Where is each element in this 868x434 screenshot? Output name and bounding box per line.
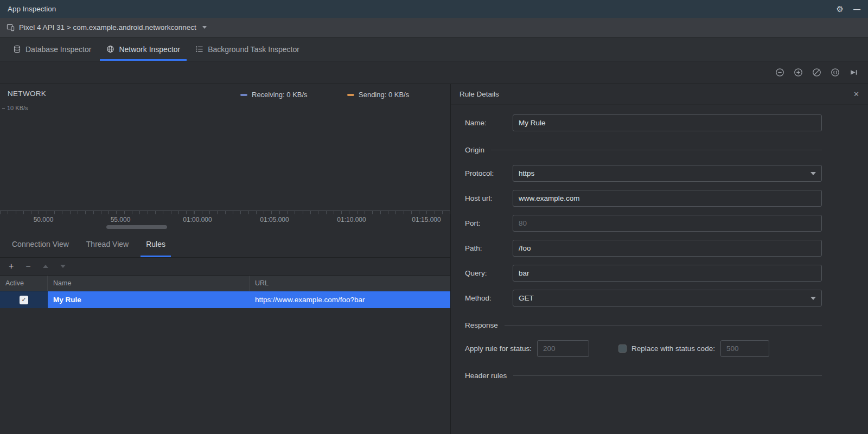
process-selector-bar: Pixel 4 API 31 > com.example.android.net… xyxy=(0,18,868,37)
zoom-to-selection-icon[interactable] xyxy=(831,68,840,77)
tab-label: Background Task Inspector xyxy=(208,45,299,54)
settings-gear-icon[interactable]: ⚙ xyxy=(837,4,844,14)
query-row: Query: xyxy=(465,265,822,282)
rules-table-header: Active Name URL xyxy=(0,276,450,291)
replace-status-field[interactable] xyxy=(720,340,769,357)
view-tab-bar: Connection View Thread View Rules xyxy=(0,231,450,258)
name-label: Name: xyxy=(465,119,513,127)
move-up-icon[interactable] xyxy=(43,265,48,268)
move-down-icon[interactable] xyxy=(60,265,66,268)
chart-title: NETWORK xyxy=(8,90,46,98)
panel-title: Rule Details xyxy=(459,90,499,98)
host-row: Host url: xyxy=(465,190,822,207)
protocol-label: Protocol: xyxy=(465,169,513,177)
close-icon[interactable]: ✕ xyxy=(853,90,859,98)
minimize-icon[interactable]: — xyxy=(853,5,860,13)
tab-rules[interactable]: Rules xyxy=(137,231,174,257)
method-label: Method: xyxy=(465,294,513,302)
legend-receiving: Receiving: 0 KB/s xyxy=(240,91,308,99)
column-header-url: URL xyxy=(250,276,450,291)
timeline-scrollbar[interactable] xyxy=(106,225,167,229)
window-title: App Inspection xyxy=(8,5,56,13)
column-header-active: Active xyxy=(0,276,48,291)
apply-status-label: Apply rule for status: xyxy=(465,344,532,353)
rules-table-empty-area xyxy=(0,308,450,434)
method-dropdown[interactable]: GET xyxy=(513,290,822,307)
jump-to-live-icon[interactable] xyxy=(849,68,858,77)
protocol-dropdown[interactable]: https xyxy=(513,165,822,182)
reset-zoom-icon[interactable] xyxy=(812,68,821,77)
process-selector[interactable]: Pixel 4 API 31 > com.example.android.net… xyxy=(19,23,196,31)
globe-icon xyxy=(106,45,114,53)
tab-connection-view[interactable]: Connection View xyxy=(3,231,78,257)
path-label: Path: xyxy=(465,244,513,252)
name-row: Name: xyxy=(465,114,822,131)
origin-section-header: Origin xyxy=(465,146,822,154)
receiving-swatch-icon xyxy=(240,94,247,96)
tab-label: Network Inspector xyxy=(119,45,180,54)
path-field[interactable] xyxy=(513,240,822,257)
timeline-tick-label: 01:00.000 xyxy=(183,216,212,224)
query-field[interactable] xyxy=(513,265,822,282)
tab-label: Database Inspector xyxy=(25,45,91,54)
protocol-row: Protocol: https xyxy=(465,165,822,182)
y-axis-label: 10 KB/s xyxy=(2,105,28,111)
section-divider xyxy=(505,325,822,326)
device-icon xyxy=(7,23,15,31)
name-field[interactable] xyxy=(513,114,822,131)
task-list-icon xyxy=(195,45,203,53)
chevron-down-icon[interactable] xyxy=(202,26,207,29)
section-divider xyxy=(513,375,822,376)
rule-name-cell[interactable]: My Rule xyxy=(48,291,250,308)
apply-status-field[interactable] xyxy=(537,340,589,357)
main-content: NETWORK 10 KB/s Receiving: 0 KB/s Sendin… xyxy=(0,84,868,434)
section-divider xyxy=(491,150,822,150)
rule-details-form: Name: Origin Protocol: https Host url: P… xyxy=(451,105,868,391)
port-label: Port: xyxy=(465,219,513,227)
profiler-toolbar xyxy=(0,61,868,84)
status-row: Apply rule for status: Replace with stat… xyxy=(465,340,822,357)
window-titlebar: App Inspection ⚙ — xyxy=(0,0,868,18)
legend-sending: Sending: 0 KB/s xyxy=(347,91,409,99)
timeline-tick-label: 01:10.000 xyxy=(337,216,366,224)
timeline-tick-label: 01:05.000 xyxy=(260,216,289,224)
column-header-name: Name xyxy=(48,276,250,291)
chevron-down-icon xyxy=(810,297,816,300)
tab-thread-view[interactable]: Thread View xyxy=(78,231,137,257)
chevron-down-icon xyxy=(810,172,816,175)
method-row: Method: GET xyxy=(465,290,822,307)
response-section-header: Response xyxy=(465,321,822,329)
zoom-out-icon[interactable] xyxy=(775,68,784,77)
replace-status-label: Replace with status code: xyxy=(631,344,715,353)
y-axis-tick xyxy=(2,108,5,108)
host-label: Host url: xyxy=(465,194,513,202)
timeline-ticks xyxy=(0,211,450,214)
timeline-tick-label: 50.000 xyxy=(34,216,54,224)
replace-status-checkbox[interactable] xyxy=(618,344,627,353)
rule-url-cell[interactable]: https://www.example.com/foo?bar xyxy=(250,291,450,308)
rule-details-panel: Rule Details ✕ Name: Origin Protocol: ht… xyxy=(451,84,868,434)
rules-toolbar: + − xyxy=(0,258,450,276)
sending-swatch-icon xyxy=(347,94,354,96)
add-rule-icon[interactable]: + xyxy=(9,262,14,271)
path-row: Path: xyxy=(465,240,822,257)
remove-rule-icon[interactable]: − xyxy=(25,262,30,271)
zoom-in-icon[interactable] xyxy=(794,68,803,77)
rule-details-header: Rule Details ✕ xyxy=(451,84,868,105)
timeline-tick-label: 01:15.000 xyxy=(412,216,441,224)
inspector-tab-bar: Database Inspector Network Inspector Bac… xyxy=(0,37,868,61)
table-row[interactable]: ✓ My Rule https://www.example.com/foo?ba… xyxy=(0,291,450,308)
host-field[interactable] xyxy=(513,190,822,207)
query-label: Query: xyxy=(465,269,513,277)
port-row: Port: xyxy=(465,215,822,232)
tab-network-inspector[interactable]: Network Inspector xyxy=(99,37,188,61)
database-icon xyxy=(13,45,21,53)
tab-database-inspector[interactable]: Database Inspector xyxy=(5,37,99,61)
network-chart: NETWORK 10 KB/s Receiving: 0 KB/s Sendin… xyxy=(0,84,450,231)
timeline-tick-label: 55.000 xyxy=(111,216,131,224)
tab-background-task-inspector[interactable]: Background Task Inspector xyxy=(188,37,307,61)
port-field[interactable] xyxy=(513,215,822,232)
network-pane: NETWORK 10 KB/s Receiving: 0 KB/s Sendin… xyxy=(0,84,451,434)
checkbox-checked[interactable]: ✓ xyxy=(20,296,28,304)
header-rules-section-header: Header rules xyxy=(465,372,822,380)
